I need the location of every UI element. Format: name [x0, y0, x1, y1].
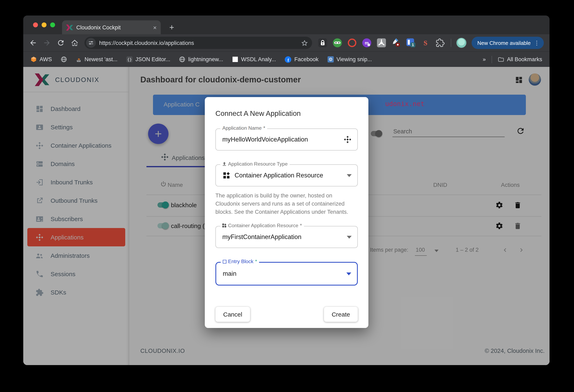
bookmark-aws[interactable]: AWS: [31, 56, 52, 62]
entry-block-select[interactable]: Entry Block * main: [215, 262, 358, 286]
bookmark-wsdl[interactable]: WSDL Analy...: [232, 56, 276, 62]
container-resource-label-icon: [222, 224, 226, 228]
browser-tab[interactable]: Cloudonix Cockpit ×: [62, 21, 161, 34]
bookmark-viewing-snip[interactable]: Viewing snip...: [328, 56, 372, 62]
pen-extension-icon[interactable]: [391, 38, 401, 48]
url-text[interactable]: https://cockpit.cloudonix.io/application…: [99, 40, 298, 46]
bookmark-facebook[interactable]: f Facebook: [285, 56, 319, 62]
window-controls[interactable]: [33, 22, 55, 27]
entry-block-label: Entry Block: [228, 259, 253, 265]
application-name-label: Application Name: [222, 125, 262, 131]
globe-icon: [179, 56, 185, 62]
container-resource-select[interactable]: Container Application Resource * myFirst…: [215, 226, 358, 248]
bookmark-json-editor[interactable]: {} JSON Editor...: [126, 56, 170, 62]
home-icon[interactable]: [71, 39, 79, 47]
dropdown-caret-icon[interactable]: [347, 174, 352, 177]
browser-tab-bar: Cloudonix Cockpit × +: [23, 16, 550, 34]
required-mark: *: [255, 259, 257, 265]
resource-type-description: The application is build by the owner, h…: [215, 192, 358, 216]
svg-text:f: f: [288, 57, 289, 62]
reload-icon[interactable]: [57, 39, 65, 47]
screen: Cloudonix Cockpit × + https://cockpit.cl…: [0, 0, 574, 392]
folder-icon: [497, 56, 504, 62]
white-square-icon: [232, 56, 238, 62]
browser-toolbar: https://cockpit.cloudonix.io/application…: [23, 34, 550, 51]
braces-icon: {}: [126, 56, 133, 62]
application-name-value[interactable]: myHelloWorldVoiceApplication: [222, 136, 339, 143]
site-settings-icon[interactable]: [86, 38, 96, 48]
entry-block-value[interactable]: main: [223, 270, 342, 278]
facebook-icon: f: [285, 56, 291, 62]
globe-icon: [61, 56, 67, 62]
new-chrome-available-button[interactable]: New Chrome available ⋮: [472, 37, 544, 49]
new-chrome-label: New Chrome available: [477, 40, 531, 46]
all-bookmarks-button[interactable]: All Bookmarks: [497, 56, 542, 62]
create-button[interactable]: Create: [324, 307, 358, 322]
robot-extension-icon[interactable]: [332, 38, 342, 48]
connect-application-dialog: Connect A New Application Application Na…: [205, 97, 369, 328]
back-icon[interactable]: [29, 39, 37, 47]
bookmarks-overflow-chevrons[interactable]: »: [483, 56, 486, 62]
extension-badge: 1: [412, 43, 414, 47]
blue-badge-extension-icon[interactable]: 1: [406, 38, 416, 48]
extensions-puzzle-icon[interactable]: [435, 38, 445, 48]
gray-sprocket-extension-icon[interactable]: [377, 38, 386, 48]
svg-text:{}: {}: [127, 58, 132, 62]
aws-icon: [31, 56, 37, 62]
browser-window: Cloudonix Cockpit × + https://cockpit.cl…: [23, 16, 550, 365]
purple-m-extension-icon[interactable]: m: [362, 38, 372, 48]
apps-diamond-icon: [344, 135, 352, 144]
browser-menu-icon[interactable]: ⋮: [534, 40, 540, 46]
bookmark-lightningnew[interactable]: lightningnew...: [179, 56, 223, 62]
application-name-field[interactable]: Application Name * myHelloWorldVoiceAppl…: [215, 128, 358, 150]
bookmarks-separator: [492, 56, 492, 63]
password-manager-extension-icon[interactable]: [318, 38, 328, 48]
tab-close-icon[interactable]: ×: [153, 24, 157, 31]
resource-type-label-icon: [222, 162, 226, 166]
cancel-button[interactable]: Cancel: [215, 307, 250, 322]
dialog-title: Connect A New Application: [215, 97, 358, 118]
resource-type-value[interactable]: Container Application Resource: [235, 172, 343, 179]
tab-title: Cloudonix Cockpit: [76, 24, 150, 30]
address-bar[interactable]: https://cockpit.cloudonix.io/application…: [84, 37, 312, 49]
zoom-window-button[interactable]: [50, 22, 55, 27]
container-resource-value[interactable]: myFirstContainerApplication: [222, 233, 343, 241]
bookmark-globe-only[interactable]: [61, 56, 67, 62]
stackoverflow-icon: [76, 56, 82, 62]
required-mark: *: [300, 223, 302, 229]
dropdown-caret-icon[interactable]: [347, 236, 352, 239]
resource-type-select[interactable]: Application Resource Type Container Appl…: [215, 165, 358, 186]
bookmark-star-icon[interactable]: [301, 39, 308, 46]
s-swirl-extension-icon[interactable]: S: [421, 38, 430, 48]
container-resource-label: Container Application Resource: [228, 223, 298, 229]
resource-type-label: Application Resource Type: [228, 161, 287, 167]
bookmarks-bar: AWS Newest 'ast... {} JSON Editor... lig…: [23, 51, 550, 67]
close-window-button[interactable]: [33, 22, 38, 27]
cloudonix-favicon: [66, 24, 73, 30]
blue-app-icon: [328, 56, 334, 62]
dropdown-caret-icon[interactable]: [346, 272, 351, 275]
dialog-actions: Cancel Create: [215, 307, 358, 322]
required-mark: *: [263, 125, 265, 131]
toolbar-separator: [451, 39, 451, 47]
forward-icon[interactable]: [43, 39, 51, 47]
new-tab-button[interactable]: +: [167, 22, 177, 32]
minimize-window-button[interactable]: [41, 22, 46, 27]
entry-block-label-icon: [223, 260, 226, 264]
page-content: CLOUDONIX Dashboard Settings Container A…: [23, 67, 550, 365]
bookmark-newest-ast[interactable]: Newest 'ast...: [76, 56, 118, 62]
app-registration-icon: [222, 171, 230, 180]
browser-profile-avatar[interactable]: [456, 38, 467, 48]
svg-text:S: S: [424, 39, 428, 47]
red-circle-extension-icon[interactable]: [347, 38, 357, 48]
